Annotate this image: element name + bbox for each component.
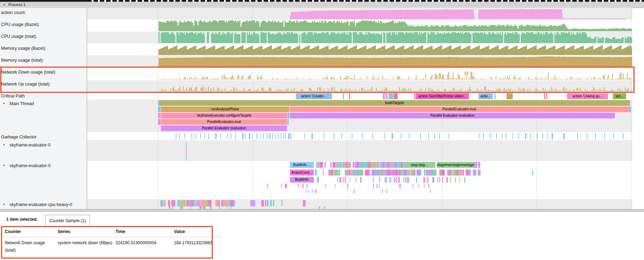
gc-tick[interactable]	[191, 133, 192, 139]
slice[interactable]	[219, 200, 220, 206]
slice[interactable]	[230, 200, 233, 206]
slice[interactable]	[386, 93, 387, 99]
slice[interactable]: stagemanstagemastageng.remot...	[437, 162, 476, 168]
slice[interactable]	[413, 184, 413, 188]
slice[interactable]	[177, 200, 180, 206]
slice[interactable]: ParallelEvaluator.eval	[161, 119, 287, 125]
slice[interactable]	[315, 170, 317, 176]
slice[interactable]	[400, 184, 401, 188]
slice[interactable]	[424, 177, 425, 183]
slice[interactable]	[341, 177, 342, 183]
slice[interactable]	[442, 170, 445, 176]
slice[interactable]	[267, 184, 268, 188]
slice[interactable]	[196, 200, 199, 206]
gc-tick[interactable]	[242, 133, 244, 139]
slice[interactable]	[438, 177, 438, 183]
slice[interactable]	[281, 184, 282, 188]
slice[interactable]	[379, 184, 380, 188]
sidebar-track-label[interactable]: action count:	[1, 10, 26, 15]
slice[interactable]: action 'GenObjcProtos video/...	[416, 93, 469, 99]
gc-tick[interactable]	[428, 133, 429, 139]
slice[interactable]	[382, 189, 383, 193]
slice[interactable]	[204, 206, 205, 209]
gc-tick[interactable]	[176, 133, 176, 139]
slice[interactable]	[368, 170, 370, 176]
slice[interactable]	[629, 107, 631, 112]
slice[interactable]	[369, 162, 370, 168]
gc-tick[interactable]	[179, 133, 180, 139]
slice[interactable]	[164, 200, 166, 206]
collapse-triangle-icon[interactable]: ▾	[3, 143, 5, 146]
gc-tick[interactable]	[231, 133, 231, 139]
slice[interactable]	[186, 147, 187, 155]
slice[interactable]: Parallel Evaluator evaluation	[290, 113, 615, 118]
slice[interactable]	[477, 162, 478, 168]
panel-splitter[interactable]	[0, 209, 644, 212]
slice[interactable]	[447, 177, 448, 183]
slice[interactable]	[455, 177, 456, 183]
sidebar-track-label[interactable]: CPU usage (Bazel):	[1, 22, 40, 27]
slice[interactable]	[265, 200, 266, 206]
gc-tick[interactable]	[362, 133, 363, 139]
gc-tick[interactable]	[227, 133, 228, 139]
slice[interactable]	[379, 177, 380, 183]
gc-tick[interactable]	[204, 133, 205, 139]
slice[interactable]	[350, 162, 351, 168]
slice[interactable]	[479, 170, 481, 176]
slice[interactable]	[428, 177, 429, 183]
slice[interactable]	[169, 200, 170, 206]
slice[interactable]	[385, 93, 386, 99]
slice[interactable]: stag:stag...	[403, 162, 435, 168]
gc-tick[interactable]	[324, 133, 324, 139]
slice[interactable]	[323, 170, 324, 176]
gc-tick[interactable]	[208, 133, 209, 139]
slice[interactable]	[414, 170, 416, 176]
slice[interactable]	[405, 177, 406, 183]
slice[interactable]	[190, 206, 191, 209]
slice[interactable]	[391, 162, 393, 168]
slice[interactable]	[475, 170, 476, 176]
slice[interactable]	[219, 206, 220, 209]
gc-tick[interactable]	[479, 133, 479, 139]
slice[interactable]	[506, 93, 513, 99]
slice[interactable]	[374, 189, 374, 193]
slice[interactable]	[442, 177, 443, 183]
sidebar-track-label[interactable]: CPU usage (total):	[1, 34, 37, 39]
slice[interactable]	[398, 177, 400, 183]
slice[interactable]: actio...	[478, 93, 493, 99]
slice[interactable]	[322, 162, 323, 168]
gc-tick[interactable]	[604, 133, 605, 139]
slice[interactable]	[337, 177, 338, 183]
gc-tick[interactable]	[434, 133, 435, 139]
slice[interactable]	[231, 206, 232, 209]
gc-tick[interactable]	[220, 133, 221, 139]
gc-tick[interactable]	[341, 133, 342, 139]
slice[interactable]	[158, 107, 161, 112]
gc-tick[interactable]	[483, 133, 484, 139]
gc-tick[interactable]	[285, 133, 286, 139]
slice[interactable]	[461, 170, 463, 176]
slice[interactable]	[348, 184, 348, 188]
slice[interactable]: BuildInfo ...	[290, 162, 314, 168]
slice[interactable]	[356, 177, 357, 183]
slice[interactable]	[372, 162, 373, 168]
gc-tick[interactable]	[525, 133, 526, 139]
slice[interactable]	[377, 184, 378, 188]
slice[interactable]	[386, 177, 386, 183]
slice[interactable]	[202, 200, 205, 206]
gc-tick[interactable]	[420, 133, 421, 139]
slice[interactable]	[362, 170, 363, 176]
slice[interactable]	[434, 170, 436, 176]
slice[interactable]: skyframeExecutor.configureTargets	[161, 113, 287, 118]
slice[interactable]	[339, 170, 340, 176]
slice[interactable]	[318, 162, 320, 168]
slice[interactable]	[464, 177, 465, 183]
slice[interactable]	[404, 177, 405, 183]
slice[interactable]	[429, 170, 432, 176]
sidebar-track-label[interactable]: Garbage Collector	[1, 135, 36, 139]
gc-tick[interactable]	[352, 133, 352, 139]
gc-tick[interactable]	[537, 133, 538, 139]
gc-tick[interactable]	[184, 133, 185, 139]
slice[interactable]	[354, 189, 354, 193]
slice[interactable]	[169, 206, 171, 209]
